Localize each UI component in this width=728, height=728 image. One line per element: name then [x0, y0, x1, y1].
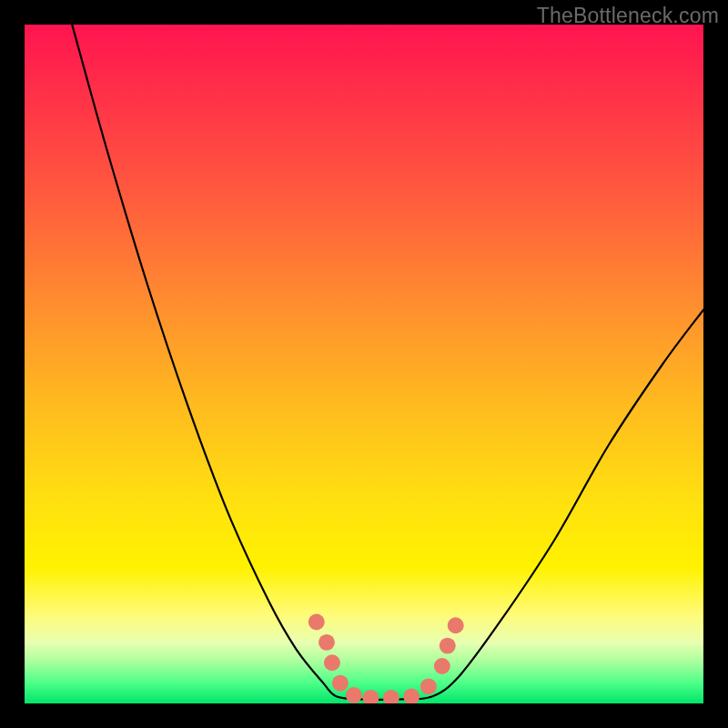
data-marker: [363, 690, 379, 703]
data-marker: [440, 638, 456, 654]
curve-path: [72, 25, 703, 700]
data-marker: [324, 654, 340, 671]
data-marker: [383, 690, 399, 703]
data-marker: [403, 689, 420, 703]
data-marker: [308, 614, 325, 631]
data-marker: [318, 634, 335, 651]
data-marker: [332, 675, 349, 692]
bottleneck-curve: [25, 25, 703, 703]
data-marker: [434, 658, 450, 674]
watermark-text: TheBottleneck.com: [537, 4, 719, 28]
data-marker: [346, 687, 362, 703]
data-marker: [420, 678, 437, 694]
chart-frame: TheBottleneck.com: [0, 0, 728, 728]
data-marker: [448, 617, 464, 633]
plot-area: [25, 25, 703, 703]
